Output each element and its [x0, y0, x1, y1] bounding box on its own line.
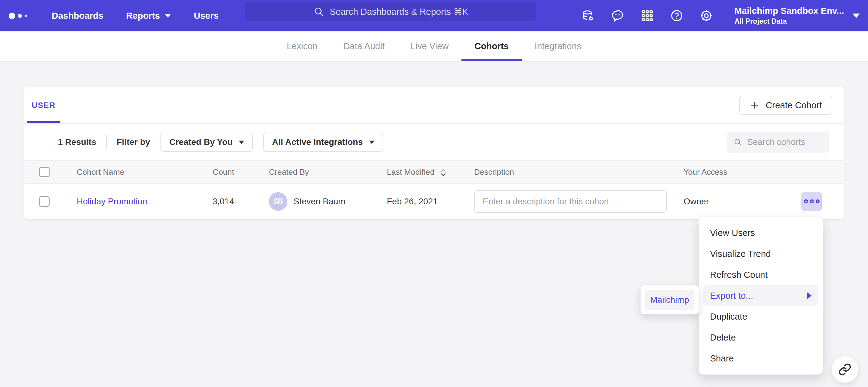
row-checkbox[interactable] [39, 196, 50, 207]
copy-link-button[interactable] [831, 356, 859, 383]
top-navigation: Dashboards Reports Users Search Dashboar… [0, 0, 868, 31]
feedback-icon[interactable] [611, 9, 625, 23]
filter-toolbar: 1 Results Filter by Created By You All A… [24, 124, 844, 160]
tab-label: Cohorts [474, 41, 508, 51]
data-management-subnav: Lexicon Data Audit Live View Cohorts Int… [0, 31, 868, 62]
row-actions-button[interactable] [802, 192, 822, 211]
table-row: Holiday Promotion 3,014 SB Steven Baum F… [24, 184, 844, 219]
created-by-filter-dropdown[interactable]: Created By You [160, 133, 253, 152]
header-checkbox-cell [24, 167, 77, 177]
description-input[interactable] [474, 190, 667, 213]
plus-icon [750, 100, 760, 110]
menu-item-refresh-count[interactable]: Refresh Count [699, 264, 823, 285]
access-level: Owner [683, 197, 709, 206]
created-by-name: Steven Baum [293, 197, 345, 206]
project-name: Mailchimp Sandbox Env... [734, 6, 844, 16]
chevron-down-icon [852, 13, 860, 18]
mixpanel-logo[interactable] [9, 12, 30, 19]
table-header: Cohort Name Count Created By Last Modifi… [24, 160, 844, 184]
global-search-input[interactable]: Search Dashboards & Reports ⌘K [245, 2, 536, 21]
help-icon[interactable] [670, 9, 684, 23]
filter-label: All Active Integrations [272, 137, 363, 147]
menu-item-duplicate[interactable]: Duplicate [699, 306, 823, 327]
submenu-arrow-icon [807, 292, 812, 299]
tab-label: Integrations [535, 41, 582, 51]
select-all-checkbox[interactable] [39, 167, 50, 177]
search-cohorts-input[interactable] [747, 137, 823, 147]
integrations-filter-dropdown[interactable]: All Active Integrations [264, 133, 383, 152]
tab-cohorts[interactable]: Cohorts [461, 31, 522, 61]
chevron-down-icon [239, 141, 244, 144]
logo-dot [18, 14, 22, 18]
header-last-modified-label: Last Modified [387, 167, 435, 177]
search-cohorts-field[interactable] [726, 132, 830, 152]
avatar: SB [269, 192, 287, 211]
header-created-by: Created By [269, 167, 387, 177]
ellipsis-icon [816, 199, 819, 203]
row-checkbox-cell [24, 196, 77, 207]
link-icon [838, 363, 851, 376]
header-count: Count [184, 167, 269, 177]
tab-live-view[interactable]: Live View [398, 31, 462, 61]
filter-by-label: Filter by [117, 137, 150, 147]
tab-lexicon[interactable]: Lexicon [274, 31, 331, 61]
create-cohort-button[interactable]: Create Cohort [739, 96, 832, 115]
nav-item-label: Reports [126, 11, 160, 21]
tab-label: Lexicon [287, 41, 317, 51]
search-icon [734, 137, 742, 147]
nav-item-label: Dashboards [52, 11, 103, 21]
project-info: Mailchimp Sandbox Env... All Project Dat… [734, 6, 844, 26]
topnav-right: Mailchimp Sandbox Env... All Project Dat… [581, 0, 860, 31]
filter-label: Created By You [169, 137, 232, 147]
tab-data-audit[interactable]: Data Audit [331, 31, 398, 61]
results-count: 1 Results [58, 137, 96, 147]
data-management-icon[interactable] [581, 9, 595, 23]
header-cohort-name: Cohort Name [77, 167, 184, 177]
divider [106, 135, 107, 149]
nav-item-label: Users [194, 11, 219, 21]
nav-item-users[interactable]: Users [194, 11, 219, 21]
ellipsis-icon [810, 199, 814, 203]
project-scope: All Project Data [734, 17, 844, 26]
tab-label: Data Audit [343, 41, 385, 51]
menu-item-view-users[interactable]: View Users [699, 222, 823, 243]
search-icon [313, 6, 324, 17]
tab-integrations[interactable]: Integrations [522, 31, 594, 61]
tab-user-label: USER [32, 101, 56, 110]
menu-item-delete[interactable]: Delete [699, 327, 823, 348]
apps-grid-icon[interactable] [640, 9, 654, 23]
chevron-down-icon [165, 14, 171, 17]
menu-item-share[interactable]: Share [699, 348, 823, 369]
nav-item-reports[interactable]: Reports [126, 11, 171, 21]
nav-items: Dashboards Reports Users [52, 11, 219, 21]
chevron-down-icon [369, 141, 375, 144]
header-your-access: Your Access [683, 167, 844, 177]
logo-dot [9, 12, 15, 19]
nav-item-dashboards[interactable]: Dashboards [52, 11, 103, 21]
global-search-placeholder: Search Dashboards & Reports ⌘K [330, 6, 468, 17]
logo-dot [25, 15, 27, 17]
submenu-item-mailchimp[interactable]: Mailchimp [645, 290, 694, 310]
tab-user[interactable]: USER [27, 87, 60, 124]
header-last-modified[interactable]: Last Modified [387, 167, 471, 177]
create-cohort-label: Create Cohort [766, 100, 822, 110]
row-actions-menu: View Users Visualize Trend Refresh Count… [699, 217, 823, 375]
settings-icon[interactable] [699, 9, 713, 23]
panel-header: USER Create Cohort [24, 87, 844, 124]
menu-item-label: Export to... [710, 291, 753, 301]
cohort-count: 3,014 [184, 197, 269, 206]
export-submenu: Mailchimp [640, 285, 699, 314]
tab-label: Live View [411, 41, 449, 51]
ellipsis-icon [804, 199, 808, 203]
last-modified-date: Feb 26, 2021 [387, 197, 471, 206]
sort-icon [440, 169, 446, 176]
created-by-cell: SB Steven Baum [269, 192, 387, 211]
cohort-name-link[interactable]: Holiday Promotion [77, 197, 147, 206]
project-switcher[interactable]: Mailchimp Sandbox Env... All Project Dat… [734, 6, 860, 26]
header-description: Description [471, 167, 683, 177]
cohorts-panel: USER Create Cohort 1 Results Filter by C… [24, 87, 844, 220]
menu-item-visualize-trend[interactable]: Visualize Trend [699, 243, 823, 264]
menu-item-export-to[interactable]: Export to... [703, 285, 818, 306]
